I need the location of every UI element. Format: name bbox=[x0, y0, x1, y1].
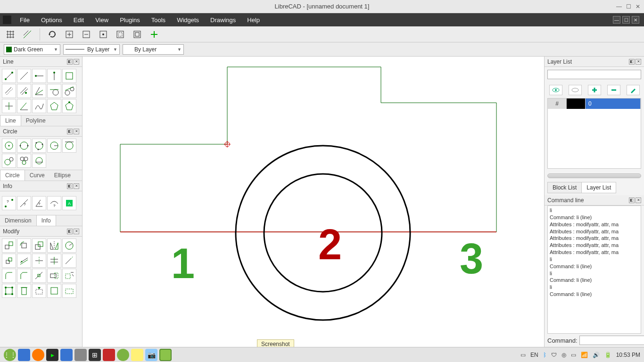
tab-info[interactable]: Info bbox=[36, 215, 56, 226]
line-bisector-button[interactable] bbox=[32, 84, 46, 98]
tray-lang[interactable]: EN bbox=[530, 352, 538, 358]
modify-move-button[interactable] bbox=[2, 239, 16, 253]
zoom-in-button[interactable] bbox=[63, 28, 76, 41]
panel-float-icon[interactable]: ◧ bbox=[67, 129, 73, 134]
taskbar-folder-icon[interactable] bbox=[60, 349, 73, 361]
taskbar-app4-icon[interactable] bbox=[117, 349, 129, 361]
info-area-button[interactable]: A bbox=[62, 196, 76, 210]
tray-shield-icon[interactable]: 🛡 bbox=[551, 352, 557, 358]
panel-close-icon[interactable]: ✕ bbox=[636, 197, 641, 203]
layer-name[interactable]: 0 bbox=[586, 99, 641, 109]
tray-bluetooth-icon[interactable]: ᛒ bbox=[543, 352, 546, 358]
modify-properties-button[interactable] bbox=[47, 284, 61, 298]
command-input[interactable] bbox=[579, 336, 644, 345]
circle-cr-button[interactable] bbox=[47, 139, 61, 153]
tray-gpu-icon[interactable]: ◎ bbox=[561, 352, 566, 358]
menu-options[interactable]: Options bbox=[35, 15, 68, 25]
zoom-window-button[interactable] bbox=[131, 28, 144, 41]
circle-tan1-button[interactable] bbox=[62, 139, 76, 153]
taskbar-screenshot-icon[interactable]: 📷 bbox=[145, 349, 157, 361]
lineweight-combo[interactable]: By Layer ▼ bbox=[123, 44, 184, 55]
taskbar-files-icon[interactable] bbox=[18, 349, 30, 361]
line-tangent2-button[interactable] bbox=[62, 84, 76, 98]
scrollbar[interactable] bbox=[547, 173, 641, 178]
tab-curve[interactable]: Curve bbox=[25, 170, 50, 181]
start-menu-button[interactable]: ⋮⋮ bbox=[4, 349, 16, 361]
taskbar-librecad-icon[interactable] bbox=[159, 349, 172, 361]
modify-rotate-button[interactable] bbox=[17, 239, 31, 253]
menu-file[interactable]: File bbox=[14, 15, 35, 25]
panel-close-icon[interactable]: ✕ bbox=[74, 229, 79, 234]
modify-delete-button[interactable] bbox=[17, 284, 31, 298]
modify-offset-button[interactable] bbox=[17, 254, 31, 268]
info-angle-button[interactable]: ? bbox=[32, 196, 46, 210]
draft-mode-button[interactable] bbox=[21, 28, 34, 41]
tray-app-icon[interactable]: ▭ bbox=[520, 352, 526, 358]
line-polygon-cor-button[interactable] bbox=[62, 99, 76, 113]
line-horizontal-button[interactable] bbox=[32, 69, 46, 83]
panel-close-icon[interactable]: ✕ bbox=[74, 183, 79, 189]
circle-3p-button[interactable] bbox=[32, 139, 46, 153]
panel-close-icon[interactable]: ✕ bbox=[74, 129, 79, 134]
tab-dimension[interactable]: Dimension bbox=[0, 215, 36, 226]
layer-list[interactable]: # 0 bbox=[547, 98, 641, 169]
modify-explode-text-button[interactable] bbox=[62, 284, 76, 298]
zoom-previous-button[interactable] bbox=[114, 28, 127, 41]
modify-scale-button[interactable] bbox=[32, 239, 46, 253]
modify-divide-button[interactable] bbox=[32, 269, 46, 283]
tray-wifi-icon[interactable]: 📶 bbox=[581, 352, 588, 358]
panel-float-icon[interactable]: ◧ bbox=[629, 197, 635, 203]
modify-attributes-button[interactable] bbox=[2, 284, 16, 298]
taskbar-firefox-icon[interactable] bbox=[32, 349, 44, 361]
menu-widgets[interactable]: Widgets bbox=[171, 15, 205, 25]
tray-display-icon[interactable]: ▭ bbox=[571, 352, 576, 358]
taskbar-app3-icon[interactable] bbox=[103, 349, 115, 361]
info-total-button[interactable]: ? bbox=[47, 196, 61, 210]
layer-remove-button[interactable] bbox=[607, 85, 620, 95]
menu-plugins[interactable]: Plugins bbox=[114, 15, 146, 25]
modify-moverotate-button[interactable] bbox=[62, 239, 76, 253]
color-combo[interactable]: Dark Green ▼ bbox=[4, 44, 60, 55]
modify-chamfer-button[interactable] bbox=[17, 269, 31, 283]
layer-hideall-button[interactable] bbox=[569, 85, 582, 95]
line-parallel-button[interactable] bbox=[2, 84, 16, 98]
close-icon[interactable]: ✕ bbox=[635, 3, 641, 10]
modify-explode-button[interactable] bbox=[62, 269, 76, 283]
zoom-out-button[interactable] bbox=[80, 28, 93, 41]
taskbar-app1-icon[interactable] bbox=[74, 349, 87, 361]
line-polygon-cen-button[interactable] bbox=[47, 99, 61, 113]
layer-row[interactable]: # 0 bbox=[548, 99, 641, 109]
layer-edit-button[interactable] bbox=[627, 85, 640, 95]
panel-float-icon[interactable]: ◧ bbox=[67, 59, 73, 65]
menu-tools[interactable]: Tools bbox=[146, 15, 171, 25]
tab-line[interactable]: Line bbox=[0, 115, 21, 126]
circle-tan3-button[interactable] bbox=[17, 154, 31, 168]
panel-float-icon[interactable]: ◧ bbox=[629, 59, 635, 65]
taskbar-app5-icon[interactable] bbox=[131, 349, 143, 361]
layer-lock-icon[interactable]: # bbox=[548, 99, 567, 109]
modify-trim-button[interactable] bbox=[32, 254, 46, 268]
line-orthogonal-button[interactable] bbox=[2, 99, 16, 113]
tray-volume-icon[interactable]: 🔊 bbox=[593, 352, 600, 358]
menu-edit[interactable]: Edit bbox=[68, 15, 90, 25]
line-rectangle-button[interactable] bbox=[62, 69, 76, 83]
redraw-button[interactable] bbox=[46, 28, 59, 41]
minimize-icon[interactable]: — bbox=[616, 3, 622, 10]
drawing-canvas[interactable]: 1 2 3 Screenshot bbox=[83, 57, 544, 347]
mdi-close-icon[interactable]: ✕ bbox=[632, 16, 639, 24]
panel-close-icon[interactable]: ✕ bbox=[636, 59, 641, 65]
layer-filter-input[interactable] bbox=[547, 70, 641, 79]
taskbar-terminal-icon[interactable]: ▸ bbox=[46, 349, 58, 361]
modify-stretch-button[interactable] bbox=[47, 269, 61, 283]
line-relangle-button[interactable] bbox=[17, 99, 31, 113]
line-vertical-button[interactable] bbox=[47, 69, 61, 83]
layer-color-swatch[interactable] bbox=[567, 99, 586, 109]
modify-fillet-button[interactable] bbox=[2, 269, 16, 283]
taskbar-app2-icon[interactable]: ⊞ bbox=[89, 349, 101, 361]
mdi-minimize-icon[interactable]: — bbox=[613, 16, 620, 24]
line-parallel-through-button[interactable] bbox=[17, 84, 31, 98]
tab-ellipse[interactable]: Ellipse bbox=[50, 170, 75, 181]
panel-close-icon[interactable]: ✕ bbox=[74, 59, 79, 65]
circle-center-button[interactable] bbox=[2, 139, 16, 153]
menu-help[interactable]: Help bbox=[241, 15, 265, 25]
